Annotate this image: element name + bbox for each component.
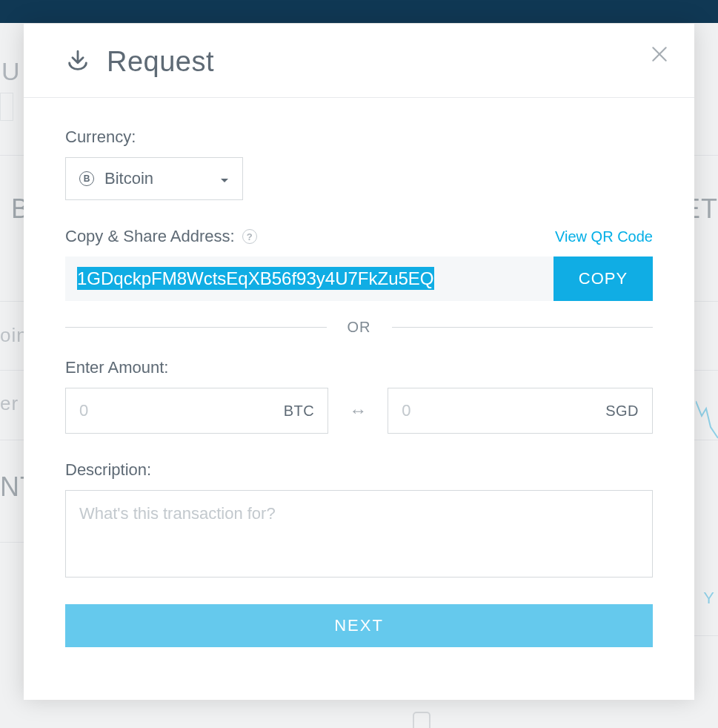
address-label-row: Copy & Share Address: ? [65, 227, 257, 246]
amount-section: Enter Amount: BTC ↔ SGD [65, 358, 653, 434]
chevron-down-icon [220, 169, 229, 188]
description-section: Description: [65, 460, 653, 580]
currency-label: Currency: [65, 128, 653, 147]
currency-section: Currency: B Bitcoin [65, 128, 653, 200]
divider-line [65, 327, 327, 328]
next-button[interactable]: NEXT [65, 604, 653, 647]
currency-select[interactable]: B Bitcoin [65, 157, 243, 200]
download-icon [65, 48, 90, 76]
amount-fiat-wrapper: SGD [388, 388, 653, 434]
divider-line [392, 327, 654, 328]
modal-title: Request [107, 46, 214, 78]
modal-body: Currency: B Bitcoin Copy & Share Address… [24, 98, 694, 647]
amount-btc-wrapper: BTC [65, 388, 328, 434]
modal-header: Request [24, 24, 694, 98]
address-label: Copy & Share Address: [65, 227, 235, 246]
request-modal: Request Currency: B Bitcoin Copy & Share… [24, 24, 694, 700]
swap-icon[interactable]: ↔ [349, 400, 367, 421]
address-box[interactable]: 1GDqckpFM8WctsEqXB56f93y4U7FkZu5EQ [65, 257, 554, 301]
address-row: 1GDqckpFM8WctsEqXB56f93y4U7FkZu5EQ COPY [65, 257, 653, 301]
amount-fiat-unit: SGD [605, 403, 639, 420]
currency-selected-value: Bitcoin [104, 169, 153, 188]
or-divider: OR [65, 319, 653, 336]
help-icon[interactable]: ? [242, 229, 257, 244]
description-label: Description: [65, 460, 653, 480]
address-header: Copy & Share Address: ? View QR Code [65, 227, 653, 246]
amount-fiat-input[interactable] [402, 401, 605, 420]
or-text: OR [348, 319, 371, 336]
address-section: Copy & Share Address: ? View QR Code 1GD… [65, 227, 653, 301]
description-input[interactable] [65, 490, 653, 578]
bitcoin-icon: B [79, 171, 94, 186]
amount-row: BTC ↔ SGD [65, 388, 653, 434]
close-icon [650, 44, 669, 64]
address-value: 1GDqckpFM8WctsEqXB56f93y4U7FkZu5EQ [77, 267, 434, 290]
amount-label: Enter Amount: [65, 358, 653, 377]
amount-btc-unit: BTC [284, 403, 315, 420]
copy-button[interactable]: COPY [554, 257, 653, 301]
modal-title-row: Request [65, 46, 653, 78]
close-button[interactable] [650, 44, 669, 67]
amount-btc-input[interactable] [79, 401, 284, 420]
view-qr-link[interactable]: View QR Code [555, 228, 653, 245]
top-bar [0, 0, 718, 23]
